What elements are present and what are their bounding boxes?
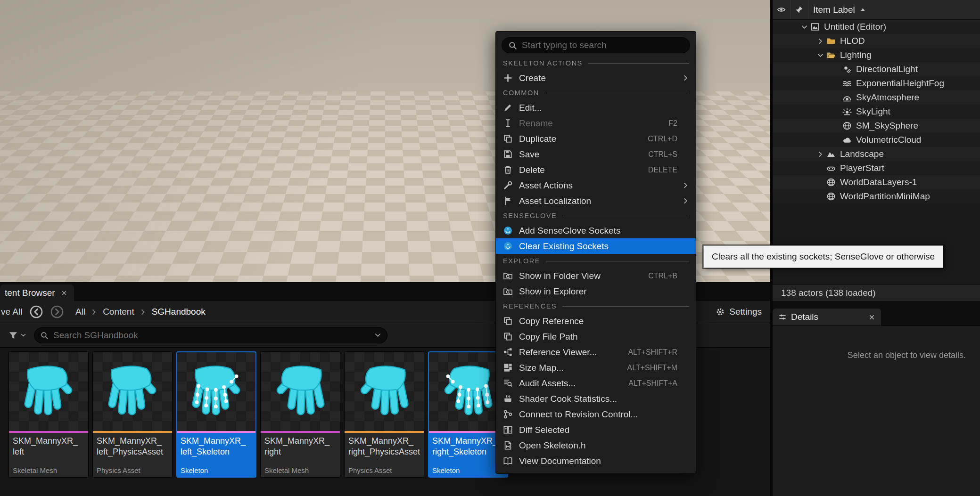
asset-name: SKM_MannyXR_left_Skeleton — [177, 433, 256, 463]
details-empty-message: Select an object to view details. — [848, 350, 966, 360]
menu-row[interactable]: COMMON — [496, 86, 696, 100]
menu-row[interactable]: Reference Viewer... ALT+SHIFT+R — [496, 344, 696, 360]
tree-expander-icon[interactable] — [815, 50, 825, 60]
asset-tile[interactable]: SKM_MannyXR_right Skeletal Mesh — [260, 351, 340, 478]
outliner-row[interactable]: Landscape — [773, 147, 980, 161]
menu-row[interactable]: SKELETON ACTIONS — [496, 56, 696, 70]
menu-item-label: Asset Actions — [519, 180, 670, 191]
sort-ascending-icon[interactable] — [860, 7, 866, 13]
visibility-column-header[interactable] — [773, 0, 791, 19]
close-tab-icon[interactable] — [61, 290, 67, 296]
menu-item-label: Connect to Revision Control... — [519, 409, 670, 420]
asset-type-label: Physics Asset — [345, 463, 424, 477]
filter-button[interactable] — [8, 331, 26, 340]
outliner-row[interactable]: ExponentialHeightFog — [773, 76, 980, 90]
save-all-button[interactable]: ve All — [0, 307, 23, 317]
menu-row[interactable]: View Documentation — [496, 453, 696, 469]
menu-row[interactable]: SENSEGLOVE — [496, 209, 696, 223]
pin-column-header[interactable] — [791, 0, 808, 19]
outliner-row[interactable]: SkyLight — [773, 105, 980, 119]
menu-row[interactable]: Asset Localization — [496, 193, 696, 209]
menu-row[interactable]: Rename F2 — [496, 115, 696, 131]
outliner-row[interactable]: HLOD — [773, 34, 980, 48]
navigate-back-button[interactable] — [29, 305, 43, 319]
menu-row[interactable]: Diff Selected — [496, 422, 696, 438]
outliner-row[interactable]: Untitled (Editor) — [773, 20, 980, 34]
actor-label: Untitled (Editor) — [824, 22, 886, 32]
breadcrumb-label: SGHandbook — [152, 307, 206, 317]
outliner-row[interactable]: SM_SkySphere — [773, 119, 980, 133]
chevron-down-icon — [20, 332, 26, 338]
menu-search-box[interactable] — [502, 37, 690, 53]
menu-row[interactable]: Copy Reference — [496, 313, 696, 329]
asset-tile[interactable]: SKM_MannyXR_left Skeletal Mesh — [8, 351, 89, 478]
menu-item-icon — [503, 409, 513, 419]
menu-row[interactable]: Clear Existing Sockets — [496, 238, 696, 254]
menu-item-icon — [503, 196, 513, 206]
outliner-row[interactable]: PlayerStart — [773, 161, 980, 175]
outliner-row[interactable]: WorldPartitionMiniMap — [773, 189, 980, 203]
menu-item-label: COMMON — [503, 89, 539, 97]
menu-item-shortcut: F2 — [668, 119, 677, 128]
menu-row[interactable]: Delete DELETE — [496, 162, 696, 178]
menu-row[interactable]: REFERENCES — [496, 299, 696, 313]
menu-row[interactable]: Size Map... ALT+SHIFT+M — [496, 360, 696, 375]
item-label-column-header[interactable]: Item Label — [813, 5, 855, 15]
breadcrumb-item[interactable]: All — [75, 307, 85, 317]
menu-row[interactable]: Create — [496, 70, 696, 86]
breadcrumb-item[interactable]: Content — [85, 307, 134, 317]
asset-search-input[interactable] — [53, 330, 370, 341]
menu-item-icon — [503, 440, 513, 450]
menu-row[interactable]: Shader Cook Statistics... — [496, 391, 696, 407]
settings-button[interactable]: Settings — [716, 307, 762, 317]
details-body: Select an object to view details. — [773, 325, 980, 496]
menu-item-label: SKELETON ACTIONS — [503, 59, 583, 67]
menu-row[interactable]: Connect to Revision Control... — [496, 407, 696, 422]
navigate-forward-button[interactable] — [50, 305, 64, 319]
menu-row[interactable]: Duplicate CTRL+D — [496, 131, 696, 146]
breadcrumb-item[interactable]: SGHandbook — [134, 307, 206, 317]
search-icon — [40, 331, 49, 340]
tree-expander-icon[interactable] — [815, 149, 825, 159]
asset-tile[interactable]: SKM_MannyXR_left_Skeleton Skeleton — [176, 351, 256, 478]
asset-type-label: Skeletal Mesh — [261, 463, 340, 477]
asset-type-label: Physics Asset — [93, 463, 172, 477]
actor-label: VolumetricCloud — [856, 135, 921, 145]
menu-item-label: Diff Selected — [519, 425, 670, 435]
asset-tile[interactable]: SKM_MannyXR_left_PhysicsAsset Physics As… — [92, 351, 173, 478]
menu-row[interactable]: Open Skeleton.h — [496, 438, 696, 453]
menu-row[interactable]: Show in Folder View CTRL+B — [496, 268, 696, 284]
menu-item-icon — [503, 378, 513, 388]
content-browser-tab[interactable]: tent Browser — [0, 285, 74, 301]
menu-item-icon — [503, 456, 513, 466]
asset-name: SKM_MannyXR_right — [261, 433, 340, 463]
menu-row[interactable]: Audit Assets... ALT+SHIFT+A — [496, 375, 696, 391]
outliner-row[interactable]: SkyAtmosphere — [773, 90, 980, 105]
close-details-icon[interactable] — [868, 314, 875, 321]
menu-row[interactable]: Asset Actions — [496, 178, 696, 193]
tree-expander-icon[interactable] — [799, 22, 809, 32]
menu-row[interactable]: Show in Explorer — [496, 284, 696, 299]
menu-row[interactable]: Add SenseGlove Sockets — [496, 223, 696, 238]
details-header: Details — [773, 308, 980, 325]
menu-row[interactable]: EXPLORE — [496, 254, 696, 268]
outliner-row[interactable]: Lighting — [773, 48, 980, 62]
search-options-chevron-icon[interactable] — [374, 332, 381, 339]
menu-row[interactable]: Edit... — [496, 100, 696, 115]
menu-search-input[interactable] — [522, 40, 684, 50]
search-icon — [508, 41, 517, 50]
tree-expander-icon[interactable] — [815, 36, 825, 46]
asset-thumbnail — [93, 352, 172, 431]
details-tab[interactable]: Details — [773, 309, 881, 325]
asset-tile[interactable]: SKM_MannyXR_right_PhysicsAsset Physics A… — [344, 351, 424, 478]
actor-type-icon — [842, 65, 852, 74]
outliner-row[interactable]: WorldDataLayers-1 — [773, 175, 980, 189]
details-tab-label: Details — [791, 312, 864, 322]
menu-row[interactable]: Save CTRL+S — [496, 146, 696, 162]
menu-item-icon — [503, 271, 513, 281]
asset-search-box[interactable] — [34, 327, 387, 343]
outliner-row[interactable]: DirectionalLight — [773, 62, 980, 76]
outliner-row[interactable]: VolumetricCloud — [773, 133, 980, 147]
menu-row[interactable]: Copy File Path — [496, 329, 696, 344]
menu-item-label: Edit... — [519, 103, 670, 113]
